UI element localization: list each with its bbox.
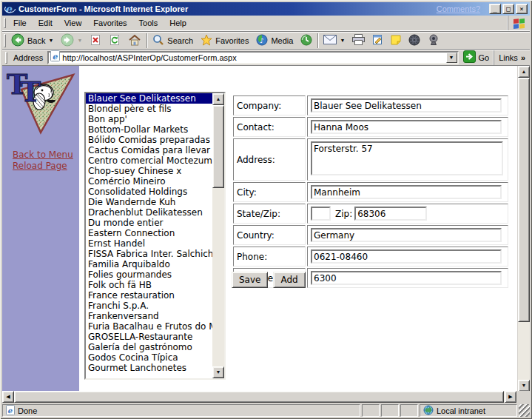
list-item[interactable]: Chop-suey Chinese x: [86, 166, 212, 176]
list-item[interactable]: Bon app': [86, 114, 212, 124]
list-item[interactable]: Eastern Connection: [86, 228, 212, 238]
list-item[interactable]: Bottom-Dollar Markets: [86, 124, 212, 135]
page-hscroll-thumb[interactable]: [14, 391, 504, 403]
list-item[interactable]: Folies gourmandes: [86, 269, 212, 280]
address-url[interactable]: http://localhost/ASPInterOp/CustomerForm…: [62, 53, 445, 62]
stop-icon: [90, 34, 101, 47]
edit-button[interactable]: [368, 33, 387, 49]
maximize-button[interactable]: □: [502, 4, 514, 14]
list-item[interactable]: Gourmet Lanchonetes: [86, 363, 212, 373]
go-button[interactable]: Go: [459, 50, 494, 65]
address-dropdown-button[interactable]: ▼: [446, 53, 457, 63]
messenger-button[interactable]: [405, 33, 424, 49]
list-item[interactable]: GROSELLA-Restaurante: [86, 332, 212, 342]
menu-item-help[interactable]: Help: [164, 16, 192, 30]
page-scroll-thumb[interactable]: [518, 78, 530, 322]
favorites-button[interactable]: Favorites: [197, 33, 252, 49]
links-label: Links: [499, 53, 518, 62]
list-item[interactable]: Folk och fä HB: [86, 280, 212, 290]
list-item[interactable]: Ernst Handel: [86, 238, 212, 249]
list-item[interactable]: Blondel père et fils: [86, 104, 212, 114]
state-zip-label: State/Zip:: [233, 204, 306, 224]
browser-window: e CustomerForm - Microsoft Internet Expl…: [0, 0, 532, 419]
list-item[interactable]: Du monde entier: [86, 218, 212, 228]
list-item[interactable]: Die Wandernde Kuh: [86, 197, 212, 207]
contact-field[interactable]: [311, 120, 502, 134]
menu-item-tools[interactable]: Tools: [133, 16, 164, 30]
list-item[interactable]: Centro comercial Moctezuma: [86, 155, 212, 166]
list-item[interactable]: Bólido Comidas preparadas: [86, 135, 212, 145]
history-button[interactable]: [297, 33, 316, 49]
forward-button[interactable]: ▼: [57, 33, 86, 49]
list-item[interactable]: Consolidated Holdings: [86, 187, 212, 197]
max-credit-field[interactable]: [311, 271, 502, 285]
links-button[interactable]: Links »: [494, 50, 528, 65]
page-horizontal-scrollbar[interactable]: ◀ ▶: [2, 391, 530, 403]
list-item[interactable]: Galería del gastrónomo: [86, 342, 212, 352]
listbox-scroll-thumb[interactable]: [212, 105, 224, 188]
listbox-scroll-up-icon[interactable]: ▲: [212, 93, 224, 105]
go-label: Go: [479, 53, 490, 62]
mail-dropdown-icon[interactable]: ▼: [340, 38, 345, 43]
customer-form-table: Company: Contact: Address: Forsterstr. 5…: [232, 94, 510, 289]
print-button[interactable]: [349, 33, 368, 49]
forward-dropdown-icon[interactable]: ▼: [77, 38, 82, 43]
add-button[interactable]: Add: [273, 272, 305, 288]
refresh-button[interactable]: [105, 33, 124, 49]
resize-grip-icon[interactable]: [519, 404, 530, 417]
page-scroll-right-icon[interactable]: ▶: [505, 391, 516, 403]
notes-icon: [391, 35, 401, 47]
list-item[interactable]: France restauration: [86, 290, 212, 301]
form-buttons: Save Add: [232, 272, 306, 288]
webcam-button[interactable]: [424, 33, 443, 49]
menu-item-view[interactable]: View: [58, 16, 88, 30]
zip-field[interactable]: [354, 207, 427, 221]
address-field[interactable]: Forsterstr. 57: [311, 141, 503, 175]
customer-listbox[interactable]: Blauer See DelikatessenBlondel père et f…: [84, 92, 226, 380]
state-field[interactable]: [311, 207, 331, 221]
list-item[interactable]: Blauer See Delikatessen: [86, 93, 212, 104]
back-button[interactable]: Back ▼: [7, 33, 57, 49]
discuss-notes-button[interactable]: [387, 33, 405, 49]
page-vertical-scrollbar[interactable]: ▲ ▼: [517, 66, 530, 392]
stop-button[interactable]: [86, 33, 105, 49]
list-item[interactable]: Drachenblut Delikatessen: [86, 207, 212, 218]
country-field[interactable]: [311, 228, 502, 242]
menu-item-file[interactable]: File: [7, 16, 33, 30]
list-item[interactable]: Furia Bacalhau e Frutos do M: [86, 321, 212, 332]
contact-label: Contact:: [233, 117, 306, 137]
home-button[interactable]: [124, 33, 145, 49]
menu-item-favorites[interactable]: Favorites: [87, 16, 132, 30]
mail-button[interactable]: ▼: [320, 33, 349, 49]
list-item[interactable]: Frankenversand: [86, 311, 212, 321]
phone-field[interactable]: [311, 249, 502, 264]
listbox-scroll-down-icon[interactable]: ▼: [212, 366, 224, 378]
menu-item-edit[interactable]: Edit: [33, 16, 58, 30]
page-scroll-down-icon[interactable]: ▼: [518, 380, 530, 392]
company-field[interactable]: [311, 98, 502, 113]
list-item[interactable]: Franchi S.p.A.: [86, 301, 212, 311]
minimize-button[interactable]: _: [489, 4, 501, 14]
save-button[interactable]: Save: [232, 272, 268, 288]
search-button[interactable]: Search: [149, 33, 197, 49]
list-item[interactable]: Cactus Comidas para llevar: [86, 145, 212, 155]
list-item[interactable]: Comércio Mineiro: [86, 176, 212, 187]
back-to-menu-link[interactable]: Back to Menu: [13, 150, 73, 160]
page-scroll-left-icon[interactable]: ◀: [2, 391, 14, 403]
comments-link[interactable]: Comments?: [437, 4, 480, 13]
logo-letters: T T: [7, 67, 41, 108]
list-item[interactable]: Familia Arquibaldo: [86, 259, 212, 269]
status-pane-small: [400, 404, 418, 417]
address-combobox[interactable]: e http://localhost/ASPInterOp/CustomerFo…: [47, 51, 458, 64]
media-button[interactable]: ♪ Media: [252, 33, 297, 49]
list-item[interactable]: FISSA Fabrica Inter. Salchich: [86, 249, 212, 259]
back-dropdown-icon[interactable]: ▼: [48, 38, 53, 43]
page-sidebar: T T Back to Menu Reload Page: [2, 66, 79, 392]
list-item[interactable]: Godos Cocina Típica: [86, 352, 212, 363]
security-zone-text: Local intranet: [437, 406, 485, 415]
page-scroll-up-icon[interactable]: ▲: [518, 66, 530, 78]
listbox-scrollbar[interactable]: ▲ ▼: [212, 93, 224, 378]
reload-page-link[interactable]: Reload Page: [13, 161, 67, 171]
close-button[interactable]: ×: [516, 4, 528, 14]
city-field[interactable]: [311, 185, 502, 199]
